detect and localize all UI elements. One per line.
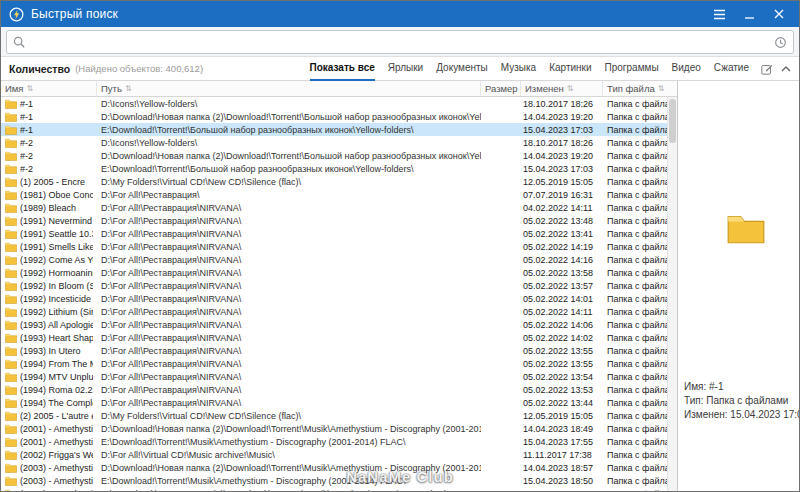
row-type: Папка с файлами xyxy=(603,281,677,291)
row-modified: 14.04.2023 18:49 xyxy=(521,424,603,434)
row-path: D:\For All!\Реставрация\ xyxy=(97,190,481,200)
column-header[interactable]: Путь ⇅ xyxy=(97,81,481,96)
row-type: Папка с файлами xyxy=(603,489,677,492)
table-row[interactable]: (2003) - Amethystium -... E:\Download!\T… xyxy=(1,474,677,487)
row-name: (1992) Incesticide xyxy=(20,294,91,304)
folder-icon xyxy=(5,411,17,421)
search-input[interactable] xyxy=(31,36,768,48)
row-type: Папка с файлами xyxy=(603,268,677,278)
table-row[interactable]: (1994) Roma 02.22.94 D:\For All!\Реставр… xyxy=(1,383,677,396)
menu-icon[interactable] xyxy=(707,4,731,24)
category-tab[interactable]: Картинки xyxy=(549,57,591,81)
table-row[interactable]: #-1 E:\Download!\Torrent!\Большой набор … xyxy=(1,123,677,136)
column-header[interactable]: Размер ⇅ xyxy=(481,81,521,96)
folder-icon xyxy=(5,177,17,187)
row-modified: 15.04.2023 17:03 xyxy=(521,164,603,174)
category-tab[interactable]: Документы xyxy=(436,57,488,81)
row-path: D:\For All!\Virtual CD!\Music archive!\M… xyxy=(97,450,481,460)
preview-folder-icon xyxy=(727,213,765,244)
table-row[interactable]: (2001) - Amethystium -... E:\Download!\T… xyxy=(1,435,677,448)
row-modified: 07.07.2019 16:31 xyxy=(521,190,603,200)
table-row[interactable]: (1994) From The Mudd... D:\For All!\Рест… xyxy=(1,357,677,370)
row-name: #-2 xyxy=(20,164,33,174)
category-tab[interactable]: Сжатие xyxy=(714,57,749,81)
row-type: Папка с файлами xyxy=(603,385,677,395)
table-row[interactable]: (1993) All Apologies (S... D:\For All!\Р… xyxy=(1,318,677,331)
table-row[interactable]: (1992) Incesticide D:\For All!\Реставрац… xyxy=(1,292,677,305)
table-row[interactable]: (2004) - Amethystium -... D:\Download!\Н… xyxy=(1,487,677,491)
count-detail: (Найдено объектов: 400,612) xyxy=(75,63,203,74)
row-type: Папка с файлами xyxy=(603,411,677,421)
edit-icon[interactable] xyxy=(761,63,773,75)
row-path: D:\Download!\Новая папка (2)\Download!\T… xyxy=(97,112,481,122)
row-path: E:\Download!\Torrent!\Musik\Amethystium … xyxy=(97,476,481,486)
search-box[interactable] xyxy=(6,30,794,54)
row-path: D:\For All!\Реставрация\NIRVANA\ xyxy=(97,372,481,382)
category-tab[interactable]: Видео xyxy=(672,57,701,81)
table-row[interactable]: (1993) Heart Shaped B... D:\For All!\Рес… xyxy=(1,331,677,344)
table-row[interactable]: #-2 D:\Icons!\Yellow-folders\ 18.10.2017… xyxy=(1,136,677,149)
column-header[interactable]: Изменен ⇅ xyxy=(521,81,603,96)
preview-details: Имя: #-1Тип: Папка с файламиИзменен: 15.… xyxy=(678,376,800,426)
category-tab[interactable]: Музыка xyxy=(501,57,536,81)
row-type: Папка с файлами xyxy=(603,450,677,460)
table-row[interactable]: (1991) Nevermind D:\For All!\Реставрация… xyxy=(1,214,677,227)
scrollbar-thumb[interactable] xyxy=(669,99,676,143)
table-row[interactable]: (1994) The Complete R... D:\For All!\Рес… xyxy=(1,396,677,409)
table-header: Имя ⇅ Путь ⇅ Размер ⇅ Изменен ⇅ Тип файл… xyxy=(1,81,677,97)
table-row[interactable]: (1992) In Bloom (Single) D:\For All!\Рес… xyxy=(1,279,677,292)
table-row[interactable]: (1992) Come As You A... D:\For All!\Рест… xyxy=(1,253,677,266)
row-type: Папка с файлами xyxy=(603,242,677,252)
table-row[interactable]: #-2 D:\Download!\Новая папка (2)\Downloa… xyxy=(1,149,677,162)
row-name: (1993) In Utero xyxy=(20,346,81,356)
folder-icon xyxy=(5,320,17,330)
table-row[interactable]: (2) 2005 - L'autre endroit D:\My Folders… xyxy=(1,409,677,422)
history-icon[interactable] xyxy=(774,36,787,49)
row-modified: 12.05.2019 15:05 xyxy=(521,177,603,187)
table-row[interactable]: (1989) Bleach D:\For All!\Реставрация\NI… xyxy=(1,201,677,214)
row-modified: 12.05.2019 15:05 xyxy=(521,411,603,421)
table-row[interactable]: #-1 D:\Icons!\Yellow-folders\ 18.10.2017… xyxy=(1,97,677,110)
preview-stage xyxy=(678,81,800,376)
category-tab[interactable]: Ярлыки xyxy=(388,57,423,81)
category-tab[interactable]: Программы xyxy=(605,57,659,81)
folder-icon xyxy=(5,281,17,291)
collapse-icon[interactable] xyxy=(781,66,791,72)
table-row[interactable]: (1991) Seattle 10.31.91 D:\For All!\Рест… xyxy=(1,227,677,240)
row-name: (2003) - Amethystium -... xyxy=(20,476,93,486)
category-tab[interactable]: Показать все xyxy=(310,57,375,81)
table-scrollbar[interactable] xyxy=(667,97,677,491)
row-modified: 05.02.2022 13:44 xyxy=(521,398,603,408)
table-row[interactable]: (1991) Smells Like Tee... D:\For All!\Ре… xyxy=(1,240,677,253)
table-row[interactable]: (1) 2005 - Encre D:\My Folders!\Virtual … xyxy=(1,175,677,188)
close-icon[interactable] xyxy=(767,4,791,24)
folder-icon xyxy=(5,294,17,304)
titlebar: Быстрый поиск xyxy=(1,1,799,27)
table-row[interactable]: (1992) Lithium (Single) D:\For All!\Рест… xyxy=(1,305,677,318)
row-name: (1991) Nevermind xyxy=(20,216,92,226)
row-name: (1992) Lithium (Single) xyxy=(20,307,93,317)
table-row[interactable]: (1981) Oboe Concerto... D:\For All!\Рест… xyxy=(1,188,677,201)
row-path: D:\My Folders!\Virtual CD!\New CD!\Silen… xyxy=(97,177,481,187)
table-row[interactable]: (1994) MTV Unplugged... D:\For All!\Рест… xyxy=(1,370,677,383)
window-controls xyxy=(707,4,791,24)
table-row[interactable]: (2003) - Amethystium -... D:\Download!\Н… xyxy=(1,461,677,474)
table-row[interactable]: (1992) Hormoaning D:\For All!\Реставраци… xyxy=(1,266,677,279)
folder-icon xyxy=(5,346,17,356)
table-row[interactable]: (1993) In Utero D:\For All!\Реставрация\… xyxy=(1,344,677,357)
folder-icon xyxy=(5,424,17,434)
minimize-icon[interactable] xyxy=(737,4,761,24)
window-title: Быстрый поиск xyxy=(31,7,118,21)
row-name: (1993) Heart Shaped B... xyxy=(20,333,93,343)
column-header[interactable]: Тип файла ⇅ xyxy=(603,81,677,96)
column-label: Путь xyxy=(101,83,122,94)
row-modified: 15.04.2023 18:50 xyxy=(521,476,603,486)
table-row[interactable]: (2002) Frigga's Web D:\For All!\Virtual … xyxy=(1,448,677,461)
folder-icon xyxy=(5,476,17,486)
row-path: D:\For All!\Реставрация\NIRVANA\ xyxy=(97,216,481,226)
table-row[interactable]: #-1 D:\Download!\Новая папка (2)\Downloa… xyxy=(1,110,677,123)
row-name: (1) 2005 - Encre xyxy=(20,177,85,187)
column-header[interactable]: Имя ⇅ xyxy=(1,81,97,96)
table-row[interactable]: #-2 E:\Download!\Torrent!\Большой набор … xyxy=(1,162,677,175)
table-row[interactable]: (2001) - Amethystium -... D:\Download!\Н… xyxy=(1,422,677,435)
